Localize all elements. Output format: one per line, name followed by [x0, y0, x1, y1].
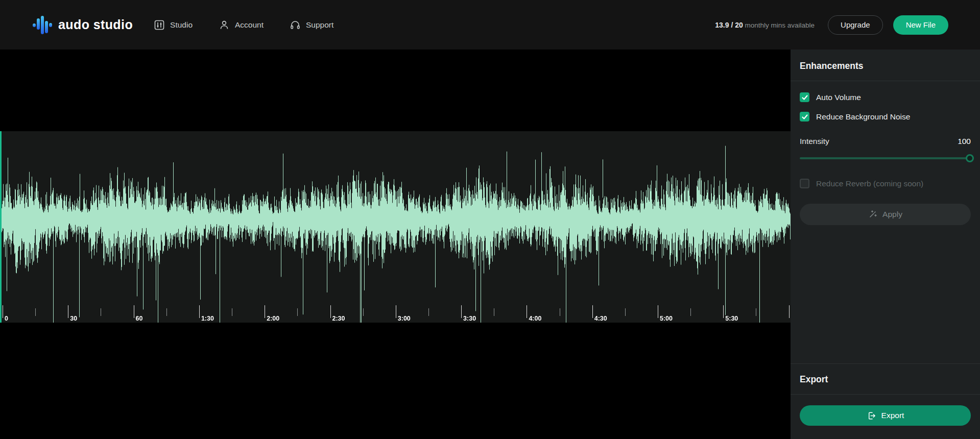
timeline-tick-label: 3:30 — [463, 315, 476, 322]
timeline-tick-minor — [101, 308, 101, 316]
timeline-tick-label: 60 — [136, 315, 143, 322]
export-title: Export — [800, 364, 971, 385]
minutes-suffix: monthly mins available — [745, 21, 815, 29]
timeline-tick-major — [199, 305, 200, 318]
timeline-tick-major — [265, 305, 265, 318]
intensity-label: Intensity — [800, 137, 829, 146]
timeline-tick-label: 5:00 — [660, 315, 673, 322]
timeline-tick-label: 5:30 — [725, 315, 738, 322]
apply-button-label: Apply — [882, 210, 902, 219]
minutes-available: 13.9 / 20 monthly mins available — [715, 21, 815, 29]
nav-menu: Studio Account Support — [154, 20, 333, 30]
reduce-reverb-checkbox — [800, 179, 809, 188]
nav-right: 13.9 / 20 monthly mins available Upgrade… — [715, 15, 948, 35]
editor-main: 00:00:00 Original Enhanced 030601:302:00… — [0, 50, 791, 439]
timeline-tick-major — [592, 305, 593, 318]
timeline-tick-label: 3:00 — [398, 315, 411, 322]
timeline-tick-major — [330, 305, 331, 318]
enhancements-title: Enhancements — [800, 50, 971, 71]
timeline-tick-major — [396, 305, 396, 318]
playhead-cursor[interactable] — [0, 131, 2, 323]
brand-logo[interactable]: audo studio — [33, 15, 133, 35]
nav-item-studio[interactable]: Studio — [154, 20, 193, 30]
timeline-tick-major — [68, 305, 68, 318]
nav-item-label: Studio — [170, 20, 193, 30]
apply-button[interactable]: Apply — [800, 204, 971, 225]
person-icon — [219, 20, 229, 30]
reduce-reverb-row: Reduce Reverb (coming soon) — [800, 179, 971, 188]
timeline-tick-major — [3, 305, 3, 318]
timeline-tick-major — [527, 305, 527, 318]
timeline-tick-minor — [625, 308, 626, 316]
timeline-tick-minor — [297, 308, 298, 316]
export-button-label: Export — [881, 411, 904, 420]
intensity-value: 100 — [958, 137, 971, 146]
nav-item-support[interactable]: Support — [290, 20, 333, 30]
export-section: Export Export — [791, 363, 980, 439]
timeline-tick-minor — [690, 308, 691, 316]
timeline-tick-label: 30 — [70, 315, 77, 322]
magic-wand-icon — [868, 210, 877, 219]
waveform-canvas[interactable] — [0, 131, 791, 323]
navbar: audo studio Studio Account Support — [0, 0, 980, 50]
reduce-noise-checkbox[interactable] — [800, 112, 809, 121]
timeline-tick-minor — [560, 308, 560, 316]
mixer-icon — [154, 20, 164, 30]
timeline-tick-label: 4:30 — [594, 315, 607, 322]
timeline-tick-minor — [363, 308, 364, 316]
timeline-tick-minor — [428, 308, 429, 316]
upgrade-button[interactable]: Upgrade — [828, 15, 883, 35]
timeline-tick-minor — [166, 308, 167, 316]
checkmark-icon — [802, 94, 808, 101]
auto-volume-checkbox[interactable] — [800, 92, 809, 102]
export-icon — [867, 411, 876, 421]
timeline-tick-label: 1:30 — [201, 315, 214, 322]
intensity-slider-thumb[interactable] — [966, 154, 974, 162]
minutes-amount: 13.9 / 20 — [715, 21, 743, 29]
export-button[interactable]: Export — [800, 405, 971, 426]
new-file-button[interactable]: New File — [893, 15, 948, 35]
brand-name: audo studio — [58, 17, 133, 32]
timeline-tick-minor — [494, 308, 494, 316]
timeline-tick-minor — [756, 308, 756, 316]
headset-icon — [290, 20, 300, 30]
divider — [791, 81, 980, 81]
timeline-tick-major — [789, 305, 790, 318]
timeline-tick-minor — [232, 308, 232, 316]
nav-item-account[interactable]: Account — [219, 20, 264, 30]
timeline-tick-label: 4:00 — [529, 315, 541, 322]
reduce-reverb-label: Reduce Reverb (coming soon) — [816, 179, 923, 188]
intensity-slider[interactable] — [800, 157, 971, 159]
nav-item-label: Support — [306, 20, 333, 30]
timeline-tick-minor — [35, 308, 36, 316]
divider — [791, 394, 980, 395]
checkmark-icon — [802, 114, 808, 120]
timeline-tick-label: 2:00 — [267, 315, 279, 322]
timeline-tick-major — [723, 305, 724, 318]
timeline-tick-major — [461, 305, 462, 318]
timeline-tick-label: 0 — [5, 315, 8, 322]
timeline-tick-label: 2:30 — [332, 315, 345, 322]
auto-volume-label: Auto Volume — [816, 93, 861, 102]
timeline-tick-major — [658, 305, 658, 318]
auto-volume-row[interactable]: Auto Volume — [800, 92, 971, 102]
reduce-noise-row[interactable]: Reduce Background Noise — [800, 112, 971, 121]
waveform-region: 030601:302:002:303:003:304:004:305:005:3… — [0, 131, 791, 323]
timeline-tick-major — [134, 305, 134, 318]
intensity-row: Intensity 100 — [800, 137, 971, 146]
reduce-noise-label: Reduce Background Noise — [816, 112, 910, 121]
audo-waveform-logo-icon — [33, 15, 52, 35]
enhancements-sidebar: Enhancements Auto Volume Reduce Backgrou… — [791, 50, 980, 439]
nav-item-label: Account — [235, 20, 264, 30]
